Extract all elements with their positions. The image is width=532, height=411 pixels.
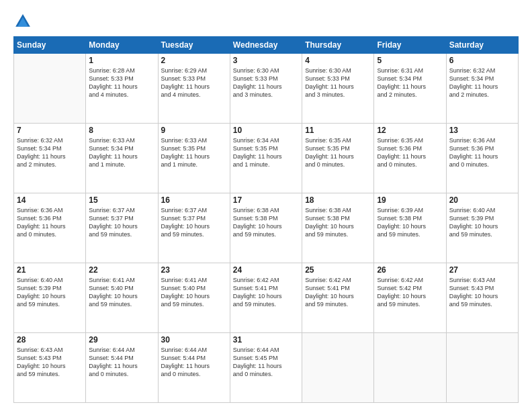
calendar-cell: 16Sunrise: 6:37 AMSunset: 5:37 PMDayligh… <box>158 193 230 263</box>
day-number: 19 <box>377 195 443 205</box>
calendar-cell: 1Sunrise: 6:28 AMSunset: 5:33 PMDaylight… <box>86 54 158 124</box>
day-number: 13 <box>449 126 515 135</box>
day-number: 12 <box>377 126 443 135</box>
calendar-cell: 30Sunrise: 6:44 AMSunset: 5:44 PMDayligh… <box>158 333 230 403</box>
calendar-cell: 15Sunrise: 6:37 AMSunset: 5:37 PMDayligh… <box>86 193 158 263</box>
day-info: Sunrise: 6:41 AMSunset: 5:40 PMDaylight:… <box>89 276 154 309</box>
day-info: Sunrise: 6:37 AMSunset: 5:37 PMDaylight:… <box>161 206 227 239</box>
calendar-cell: 21Sunrise: 6:40 AMSunset: 5:39 PMDayligh… <box>14 263 86 333</box>
header <box>13 12 519 31</box>
day-number: 28 <box>17 335 83 345</box>
day-info: Sunrise: 6:40 AMSunset: 5:39 PMDaylight:… <box>449 206 515 239</box>
day-number: 5 <box>377 56 443 65</box>
day-number: 11 <box>305 126 371 135</box>
calendar-cell: 3Sunrise: 6:30 AMSunset: 5:33 PMDaylight… <box>230 54 302 124</box>
day-info: Sunrise: 6:38 AMSunset: 5:38 PMDaylight:… <box>233 206 299 239</box>
day-number: 22 <box>89 265 154 275</box>
day-number: 4 <box>305 56 371 65</box>
calendar-cell: 24Sunrise: 6:42 AMSunset: 5:41 PMDayligh… <box>230 263 302 333</box>
day-number: 10 <box>233 126 299 135</box>
day-number: 2 <box>161 56 227 65</box>
day-info: Sunrise: 6:39 AMSunset: 5:38 PMDaylight:… <box>377 206 443 239</box>
day-info: Sunrise: 6:44 AMSunset: 5:44 PMDaylight:… <box>161 346 227 379</box>
calendar-cell: 2Sunrise: 6:29 AMSunset: 5:33 PMDaylight… <box>158 54 230 124</box>
calendar-cell: 14Sunrise: 6:36 AMSunset: 5:36 PMDayligh… <box>14 193 86 263</box>
day-info: Sunrise: 6:36 AMSunset: 5:36 PMDaylight:… <box>449 136 515 169</box>
calendar-cell <box>374 333 446 403</box>
logo-icon <box>13 12 32 31</box>
calendar-cell: 9Sunrise: 6:33 AMSunset: 5:35 PMDaylight… <box>158 124 230 193</box>
calendar-cell: 11Sunrise: 6:35 AMSunset: 5:35 PMDayligh… <box>302 124 374 193</box>
calendar-cell <box>446 333 518 403</box>
calendar-cell: 31Sunrise: 6:44 AMSunset: 5:45 PMDayligh… <box>230 333 302 403</box>
day-info: Sunrise: 6:31 AMSunset: 5:34 PMDaylight:… <box>377 66 443 99</box>
day-number: 1 <box>89 56 154 65</box>
day-number: 24 <box>233 265 299 275</box>
day-info: Sunrise: 6:33 AMSunset: 5:35 PMDaylight:… <box>161 136 227 169</box>
weekday-header-sunday: Sunday <box>14 37 86 54</box>
day-number: 27 <box>449 265 515 275</box>
day-number: 16 <box>161 195 227 205</box>
calendar-cell <box>14 54 86 124</box>
day-number: 25 <box>305 265 371 275</box>
calendar-week-row-2: 7Sunrise: 6:32 AMSunset: 5:34 PMDaylight… <box>14 124 519 193</box>
day-number: 29 <box>89 335 154 345</box>
calendar-week-row-3: 14Sunrise: 6:36 AMSunset: 5:36 PMDayligh… <box>14 193 519 263</box>
day-number: 30 <box>161 335 227 345</box>
day-number: 8 <box>89 126 154 135</box>
day-info: Sunrise: 6:34 AMSunset: 5:35 PMDaylight:… <box>233 136 299 169</box>
calendar-table: SundayMondayTuesdayWednesdayThursdayFrid… <box>13 36 519 403</box>
weekday-header-wednesday: Wednesday <box>230 37 302 54</box>
calendar-cell: 27Sunrise: 6:43 AMSunset: 5:43 PMDayligh… <box>446 263 518 333</box>
day-info: Sunrise: 6:32 AMSunset: 5:34 PMDaylight:… <box>17 136 83 169</box>
calendar-cell: 6Sunrise: 6:32 AMSunset: 5:34 PMDaylight… <box>446 54 518 124</box>
day-number: 6 <box>449 56 515 65</box>
day-info: Sunrise: 6:32 AMSunset: 5:34 PMDaylight:… <box>449 66 515 99</box>
day-info: Sunrise: 6:40 AMSunset: 5:39 PMDaylight:… <box>17 276 83 309</box>
calendar-cell: 23Sunrise: 6:41 AMSunset: 5:40 PMDayligh… <box>158 263 230 333</box>
day-number: 18 <box>305 195 371 205</box>
day-number: 21 <box>17 265 83 275</box>
day-info: Sunrise: 6:30 AMSunset: 5:33 PMDaylight:… <box>305 66 371 99</box>
calendar-cell: 26Sunrise: 6:42 AMSunset: 5:42 PMDayligh… <box>374 263 446 333</box>
calendar-cell: 12Sunrise: 6:35 AMSunset: 5:36 PMDayligh… <box>374 124 446 193</box>
day-info: Sunrise: 6:35 AMSunset: 5:35 PMDaylight:… <box>305 136 371 169</box>
calendar-cell: 18Sunrise: 6:38 AMSunset: 5:38 PMDayligh… <box>302 193 374 263</box>
calendar-cell: 19Sunrise: 6:39 AMSunset: 5:38 PMDayligh… <box>374 193 446 263</box>
calendar-cell: 22Sunrise: 6:41 AMSunset: 5:40 PMDayligh… <box>86 263 158 333</box>
day-info: Sunrise: 6:28 AMSunset: 5:33 PMDaylight:… <box>89 66 154 99</box>
calendar-cell: 20Sunrise: 6:40 AMSunset: 5:39 PMDayligh… <box>446 193 518 263</box>
day-number: 3 <box>233 56 299 65</box>
calendar-cell: 17Sunrise: 6:38 AMSunset: 5:38 PMDayligh… <box>230 193 302 263</box>
day-info: Sunrise: 6:44 AMSunset: 5:45 PMDaylight:… <box>233 346 299 379</box>
weekday-header-friday: Friday <box>374 37 446 54</box>
calendar-cell <box>302 333 374 403</box>
day-info: Sunrise: 6:37 AMSunset: 5:37 PMDaylight:… <box>89 206 154 239</box>
day-info: Sunrise: 6:42 AMSunset: 5:41 PMDaylight:… <box>305 276 371 309</box>
day-info: Sunrise: 6:33 AMSunset: 5:34 PMDaylight:… <box>89 136 154 169</box>
day-number: 14 <box>17 195 83 205</box>
day-info: Sunrise: 6:44 AMSunset: 5:44 PMDaylight:… <box>89 346 154 379</box>
calendar-cell: 29Sunrise: 6:44 AMSunset: 5:44 PMDayligh… <box>86 333 158 403</box>
calendar-cell: 13Sunrise: 6:36 AMSunset: 5:36 PMDayligh… <box>446 124 518 193</box>
calendar-cell: 7Sunrise: 6:32 AMSunset: 5:34 PMDaylight… <box>14 124 86 193</box>
weekday-header-tuesday: Tuesday <box>158 37 230 54</box>
day-number: 15 <box>89 195 154 205</box>
day-number: 23 <box>161 265 227 275</box>
calendar-cell: 25Sunrise: 6:42 AMSunset: 5:41 PMDayligh… <box>302 263 374 333</box>
page: SundayMondayTuesdayWednesdayThursdayFrid… <box>0 0 532 411</box>
calendar-week-row-1: 1Sunrise: 6:28 AMSunset: 5:33 PMDaylight… <box>14 54 519 124</box>
day-info: Sunrise: 6:36 AMSunset: 5:36 PMDaylight:… <box>17 206 83 239</box>
logo <box>13 12 35 31</box>
day-number: 7 <box>17 126 83 135</box>
day-number: 20 <box>449 195 515 205</box>
calendar-cell: 10Sunrise: 6:34 AMSunset: 5:35 PMDayligh… <box>230 124 302 193</box>
calendar-week-row-4: 21Sunrise: 6:40 AMSunset: 5:39 PMDayligh… <box>14 263 519 333</box>
calendar-cell: 4Sunrise: 6:30 AMSunset: 5:33 PMDaylight… <box>302 54 374 124</box>
day-number: 26 <box>377 265 443 275</box>
weekday-header-row: SundayMondayTuesdayWednesdayThursdayFrid… <box>14 37 519 54</box>
day-info: Sunrise: 6:43 AMSunset: 5:43 PMDaylight:… <box>17 346 83 379</box>
day-number: 17 <box>233 195 299 205</box>
weekday-header-thursday: Thursday <box>302 37 374 54</box>
weekday-header-monday: Monday <box>86 37 158 54</box>
